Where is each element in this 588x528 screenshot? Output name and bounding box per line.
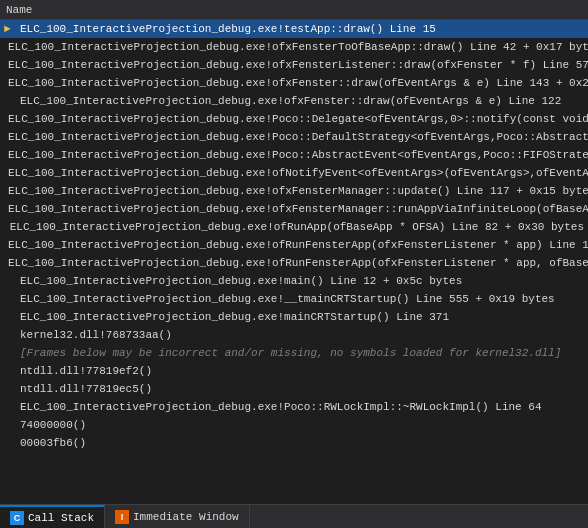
- stack-frame-text: ELC_100_InteractiveProjection_debug.exe!…: [8, 149, 588, 161]
- stack-frame-text: ELC_100_InteractiveProjection_debug.exe!…: [10, 221, 584, 233]
- stack-frame-text: 00003fb6(): [20, 437, 86, 449]
- table-row[interactable]: ELC_100_InteractiveProjection_debug.exe!…: [0, 398, 588, 416]
- table-row[interactable]: ELC_100_InteractiveProjection_debug.exe!…: [0, 218, 588, 236]
- table-row[interactable]: ELC_100_InteractiveProjection_debug.exe!…: [0, 308, 588, 326]
- stack-frame-text: ELC_100_InteractiveProjection_debug.exe!…: [20, 23, 436, 35]
- table-row[interactable]: ELC_100_InteractiveProjection_debug.exe!…: [0, 272, 588, 290]
- table-row[interactable]: ELC_100_InteractiveProjection_debug.exe!…: [0, 146, 588, 164]
- table-row[interactable]: kernel32.dll!768733aa(): [0, 326, 588, 344]
- call-stack-panel: Name ►ELC_100_InteractiveProjection_debu…: [0, 0, 588, 528]
- table-row[interactable]: ELC_100_InteractiveProjection_debug.exe!…: [0, 74, 588, 92]
- stack-frame-text: ELC_100_InteractiveProjection_debug.exe!…: [20, 293, 555, 305]
- table-row[interactable]: ELC_100_InteractiveProjection_debug.exe!…: [0, 290, 588, 308]
- stack-frame-text: ELC_100_InteractiveProjection_debug.exe!…: [8, 203, 588, 215]
- table-row[interactable]: ntdll.dll!77819ec5(): [0, 380, 588, 398]
- immediate-icon: I: [115, 510, 129, 524]
- table-row[interactable]: ELC_100_InteractiveProjection_debug.exe!…: [0, 92, 588, 110]
- table-row[interactable]: ►ELC_100_InteractiveProjection_debug.exe…: [0, 20, 588, 38]
- stack-frame-text: ELC_100_InteractiveProjection_debug.exe!…: [8, 113, 588, 125]
- table-row[interactable]: 74000000(): [0, 416, 588, 434]
- stack-frame-text: ELC_100_InteractiveProjection_debug.exe!…: [8, 41, 588, 53]
- stack-frame-text: ELC_100_InteractiveProjection_debug.exe!…: [20, 275, 462, 287]
- table-row[interactable]: ELC_100_InteractiveProjection_debug.exe!…: [0, 164, 588, 182]
- stack-list[interactable]: ►ELC_100_InteractiveProjection_debug.exe…: [0, 20, 588, 504]
- table-row[interactable]: ELC_100_InteractiveProjection_debug.exe!…: [0, 128, 588, 146]
- table-row[interactable]: ELC_100_InteractiveProjection_debug.exe!…: [0, 38, 588, 56]
- table-row[interactable]: ELC_100_InteractiveProjection_debug.exe!…: [0, 254, 588, 272]
- stack-frame-text: [Frames below may be incorrect and/or mi…: [20, 347, 561, 359]
- table-row[interactable]: ELC_100_InteractiveProjection_debug.exe!…: [0, 56, 588, 74]
- stack-frame-text: ELC_100_InteractiveProjection_debug.exe!…: [8, 239, 588, 251]
- tab-immediate[interactable]: IImmediate Window: [105, 505, 250, 528]
- stack-frame-text: ELC_100_InteractiveProjection_debug.exe!…: [8, 167, 588, 179]
- stack-frame-text: ELC_100_InteractiveProjection_debug.exe!…: [8, 257, 588, 269]
- stack-frame-text: ELC_100_InteractiveProjection_debug.exe!…: [8, 77, 588, 89]
- table-row[interactable]: [Frames below may be incorrect and/or mi…: [0, 344, 588, 362]
- tab-callstack[interactable]: CCall Stack: [0, 505, 105, 528]
- bottom-tabs: CCall StackIImmediate Window: [0, 504, 588, 528]
- table-row[interactable]: ELC_100_InteractiveProjection_debug.exe!…: [0, 110, 588, 128]
- stack-frame-text: ELC_100_InteractiveProjection_debug.exe!…: [8, 185, 588, 197]
- table-row[interactable]: ntdll.dll!77819ef2(): [0, 362, 588, 380]
- stack-frame-text: ELC_100_InteractiveProjection_debug.exe!…: [8, 59, 588, 71]
- stack-frame-text: kernel32.dll!768733aa(): [20, 329, 172, 341]
- tab-label: Immediate Window: [133, 511, 239, 523]
- table-row[interactable]: ELC_100_InteractiveProjection_debug.exe!…: [0, 236, 588, 254]
- stack-frame-text: 74000000(): [20, 419, 86, 431]
- table-row[interactable]: 00003fb6(): [0, 434, 588, 452]
- column-header: Name: [0, 0, 588, 20]
- tab-label: Call Stack: [28, 512, 94, 524]
- callstack-icon: C: [10, 511, 24, 525]
- stack-frame-text: ELC_100_InteractiveProjection_debug.exe!…: [8, 131, 588, 143]
- table-row[interactable]: ELC_100_InteractiveProjection_debug.exe!…: [0, 200, 588, 218]
- active-arrow-icon: ►: [4, 23, 16, 35]
- table-row[interactable]: ELC_100_InteractiveProjection_debug.exe!…: [0, 182, 588, 200]
- name-column-header: Name: [6, 4, 32, 16]
- stack-frame-text: ntdll.dll!77819ec5(): [20, 383, 152, 395]
- stack-frame-text: ELC_100_InteractiveProjection_debug.exe!…: [20, 311, 449, 323]
- stack-frame-text: ELC_100_InteractiveProjection_debug.exe!…: [20, 95, 561, 107]
- stack-frame-text: ntdll.dll!77819ef2(): [20, 365, 152, 377]
- stack-frame-text: ELC_100_InteractiveProjection_debug.exe!…: [20, 401, 542, 413]
